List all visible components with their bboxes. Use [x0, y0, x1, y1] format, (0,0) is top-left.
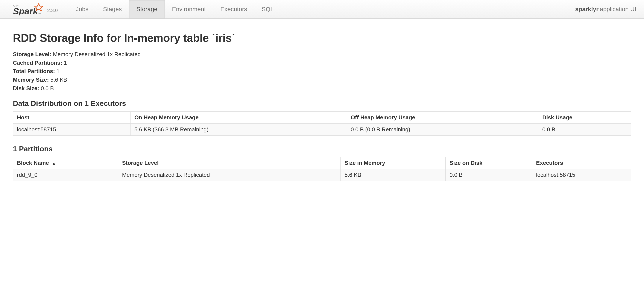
- tab-stages[interactable]: Stages: [96, 0, 129, 18]
- partitions-title: 1 Partitions: [13, 145, 631, 153]
- navbar: APACHE Spark ™ 2.3.0 Jobs Stages Storage…: [0, 0, 644, 19]
- data-distribution-table: Host On Heap Memory Usage Off Heap Memor…: [13, 111, 631, 136]
- tab-executors[interactable]: Executors: [213, 0, 254, 18]
- svg-text:Spark: Spark: [13, 6, 38, 15]
- cell-off-heap: 0.0 B (0.0 B Remaining): [347, 124, 538, 136]
- table-row: localhost:58715 5.6 KB (366.3 MB Remaini…: [13, 124, 631, 136]
- svg-text:™: ™: [38, 13, 41, 15]
- brand-logo[interactable]: APACHE Spark ™ 2.3.0: [13, 0, 68, 18]
- table-header-row: Block Name ▲ Storage Level Size in Memor…: [13, 157, 631, 169]
- memory-size-label: Memory Size:: [13, 77, 49, 83]
- nav-tabs: Jobs Stages Storage Environment Executor…: [68, 0, 281, 18]
- page-title: RDD Storage Info for In-memory table `ir…: [13, 31, 631, 44]
- page-container: RDD Storage Info for In-memory table `ir…: [0, 19, 644, 199]
- cell-disk: 0.0 B: [538, 124, 631, 136]
- col-off-heap[interactable]: Off Heap Memory Usage: [347, 112, 538, 124]
- col-disk[interactable]: Disk Usage: [538, 112, 631, 124]
- cell-host: localhost:58715: [13, 124, 130, 136]
- col-host[interactable]: Host: [13, 112, 130, 124]
- tab-storage[interactable]: Storage: [129, 0, 165, 18]
- disk-size-label: Disk Size:: [13, 85, 39, 92]
- col-size-disk[interactable]: Size on Disk: [446, 157, 532, 169]
- storage-summary: Storage Level: Memory Deserialized 1x Re…: [13, 50, 631, 92]
- tab-environment[interactable]: Environment: [165, 0, 213, 18]
- tab-sql[interactable]: SQL: [254, 0, 281, 18]
- sort-asc-icon: ▲: [52, 161, 56, 166]
- cell-block-name: rdd_9_0: [13, 169, 118, 181]
- spark-version: 2.3.0: [47, 8, 58, 15]
- cached-partitions-label: Cached Partitions:: [13, 60, 62, 66]
- col-on-heap[interactable]: On Heap Memory Usage: [130, 112, 347, 124]
- cached-partitions-value: 1: [64, 60, 67, 66]
- partitions-table: Block Name ▲ Storage Level Size in Memor…: [13, 157, 631, 181]
- col-storage-level[interactable]: Storage Level: [118, 157, 340, 169]
- col-executors[interactable]: Executors: [532, 157, 631, 169]
- app-name: sparklyr application UI: [575, 0, 636, 18]
- total-partitions-value: 1: [56, 68, 60, 74]
- disk-size-value: 0.0 B: [41, 85, 54, 92]
- cell-size-disk: 0.0 B: [446, 169, 532, 181]
- table-header-row: Host On Heap Memory Usage Off Heap Memor…: [13, 112, 631, 124]
- app-name-rest: application UI: [600, 6, 636, 13]
- cell-executors: localhost:58715: [532, 169, 631, 181]
- storage-level-label: Storage Level:: [13, 51, 51, 57]
- data-distribution-title: Data Distribution on 1 Executors: [13, 99, 631, 108]
- memory-size-value: 5.6 KB: [50, 77, 67, 83]
- total-partitions-label: Total Partitions:: [13, 68, 55, 74]
- storage-level-value: Memory Deserialized 1x Replicated: [53, 51, 140, 57]
- cell-storage-level: Memory Deserialized 1x Replicated: [118, 169, 340, 181]
- tab-jobs[interactable]: Jobs: [68, 0, 96, 18]
- col-size-memory[interactable]: Size in Memory: [340, 157, 446, 169]
- app-name-bold: sparklyr: [575, 6, 598, 13]
- table-row: rdd_9_0 Memory Deserialized 1x Replicate…: [13, 169, 631, 181]
- cell-size-memory: 5.6 KB: [340, 169, 446, 181]
- col-block-name-label: Block Name: [17, 160, 49, 166]
- spark-logo-icon: APACHE Spark ™: [13, 2, 45, 15]
- cell-on-heap: 5.6 KB (366.3 MB Remaining): [130, 124, 347, 136]
- col-block-name[interactable]: Block Name ▲: [13, 157, 118, 169]
